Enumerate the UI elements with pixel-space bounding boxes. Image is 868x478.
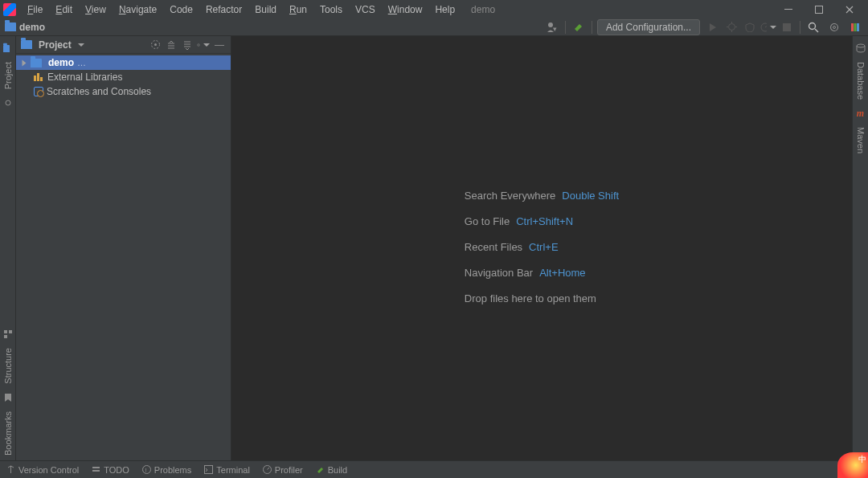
hint-search-label: Search Everywhere [465, 190, 555, 202]
expand-all-icon[interactable] [165, 39, 178, 51]
hint-drop-label: Drop files here to open them [465, 292, 596, 304]
svg-point-9 [833, 26, 836, 28]
welcome-hints: Search EverywhereDouble Shift Go to File… [465, 184, 619, 313]
svg-rect-0 [784, 9, 792, 10]
libraries-icon [34, 73, 44, 81]
svg-rect-6 [783, 23, 791, 31]
bottom-tool-profiler[interactable]: Profiler [263, 465, 303, 475]
project-view-dropdown-icon[interactable] [78, 43, 84, 47]
profiler-label: Profiler [275, 465, 303, 475]
hide-tool-icon[interactable]: — [213, 39, 226, 51]
debug-icon[interactable] [723, 19, 739, 35]
project-window-title: Project [39, 39, 72, 51]
hammer-icon[interactable] [571, 19, 587, 35]
stop-icon[interactable] [779, 19, 795, 35]
hint-recent-label: Recent Files [465, 241, 522, 253]
svg-point-15 [154, 43, 157, 46]
menu-vcs[interactable]: VCS [349, 2, 382, 18]
svg-point-10 [6, 100, 10, 105]
svg-point-17 [199, 44, 199, 45]
svg-rect-19 [92, 467, 100, 468]
project-window-icon [21, 40, 32, 49]
svg-text:▾: ▾ [553, 25, 557, 33]
svg-rect-11 [4, 330, 7, 333]
coverage-icon[interactable] [742, 19, 758, 35]
collapse-all-icon[interactable] [181, 39, 194, 51]
bookmarks-tab-icon[interactable] [2, 392, 14, 403]
divider [592, 21, 592, 34]
svg-point-16 [198, 43, 200, 46]
tree-root[interactable]: demo … [16, 55, 231, 70]
menu-build[interactable]: Build [248, 2, 283, 18]
project-tab-icon[interactable] [2, 43, 14, 54]
svg-rect-23 [205, 466, 213, 474]
ime-badge-icon[interactable]: 中 [837, 452, 868, 478]
settings-icon[interactable] [826, 19, 842, 35]
menu-window[interactable]: Window [382, 2, 429, 18]
svg-point-7 [809, 22, 816, 29]
right-tool-database[interactable]: Database [856, 57, 866, 104]
menu-run[interactable]: Run [283, 2, 313, 18]
tree-root-label: demo [48, 57, 74, 68]
run-icon[interactable] [705, 19, 721, 35]
svg-point-18 [857, 44, 865, 47]
bottom-tool-problems[interactable]: ! Problems [142, 465, 191, 475]
editor-placeholder[interactable]: Search EverywhereDouble Shift Go to File… [231, 36, 852, 460]
bottom-tool-build[interactable]: Build [316, 465, 347, 475]
svg-rect-1 [816, 6, 823, 13]
hint-recent-shortcut: Ctrl+E [529, 241, 558, 253]
tree-scratches[interactable]: Scratches and Consoles [16, 84, 231, 99]
profiler-run-icon[interactable] [760, 19, 776, 35]
chevron-right-icon[interactable] [23, 59, 27, 66]
tree-external-libs-label: External Libraries [47, 71, 122, 83]
todo-label: TODO [104, 465, 129, 475]
main-menu: File Edit View Navigate Code Refactor Bu… [21, 2, 461, 18]
menu-help[interactable]: Help [428, 2, 461, 18]
menu-view[interactable]: View [79, 2, 113, 18]
add-configuration-dropdown[interactable]: Add Configuration... [597, 19, 700, 35]
breadcrumb-project[interactable]: demo [19, 22, 45, 33]
terminal-label: Terminal [216, 465, 250, 475]
tree-external-libs[interactable]: External Libraries [16, 70, 231, 84]
bottom-tool-vcs[interactable]: Version Control [6, 465, 79, 475]
right-tool-maven[interactable]: Maven [856, 122, 866, 158]
left-tool-bookmarks[interactable]: Bookmarks [3, 407, 13, 460]
menu-edit[interactable]: Edit [49, 2, 79, 18]
svg-text:!: ! [145, 467, 146, 474]
folder-icon [5, 22, 16, 31]
database-tab-icon[interactable] [855, 43, 866, 54]
hint-goto-shortcut: Ctrl+Shift+N [516, 215, 573, 227]
bottom-tool-terminal[interactable]: Terminal [204, 465, 250, 475]
maven-tab-icon[interactable]: m [855, 108, 866, 119]
tree-root-path: … [77, 58, 86, 67]
window-title: demo [471, 4, 495, 15]
hint-search-shortcut: Double Shift [562, 190, 619, 202]
svg-point-4 [728, 24, 735, 31]
hint-nav-shortcut: Alt+Home [539, 267, 585, 279]
menu-code[interactable]: Code [163, 2, 199, 18]
bottom-tool-todo[interactable]: TODO [92, 465, 129, 475]
structure-tab-icon[interactable] [2, 329, 14, 340]
menu-refactor[interactable]: Refactor [199, 2, 248, 18]
menu-navigate[interactable]: Navigate [113, 2, 163, 18]
user-icon[interactable]: ▾ [544, 19, 560, 35]
search-icon[interactable] [805, 19, 821, 35]
menu-tools[interactable]: Tools [313, 2, 349, 18]
divider [565, 21, 566, 34]
window-minimize-button[interactable] [773, 0, 804, 18]
window-maximize-button[interactable] [804, 0, 834, 18]
left-tool-structure[interactable]: Structure [3, 343, 13, 389]
build-label: Build [328, 465, 347, 475]
ide-help-icon[interactable] [847, 19, 863, 35]
project-tree[interactable]: demo … External Libraries Scratches and … [16, 54, 231, 460]
menu-file[interactable]: File [21, 2, 49, 18]
tree-scratches-label: Scratches and Consoles [47, 86, 151, 97]
svg-point-5 [761, 23, 767, 31]
window-close-button[interactable] [834, 0, 865, 18]
locate-icon[interactable] [149, 39, 162, 51]
commit-tab-icon[interactable] [2, 97, 14, 108]
left-tool-project[interactable]: Project [3, 57, 13, 94]
hint-nav-label: Navigation Bar [465, 267, 533, 279]
hint-goto-label: Go to File [465, 215, 510, 227]
tool-settings-icon[interactable] [197, 39, 210, 51]
